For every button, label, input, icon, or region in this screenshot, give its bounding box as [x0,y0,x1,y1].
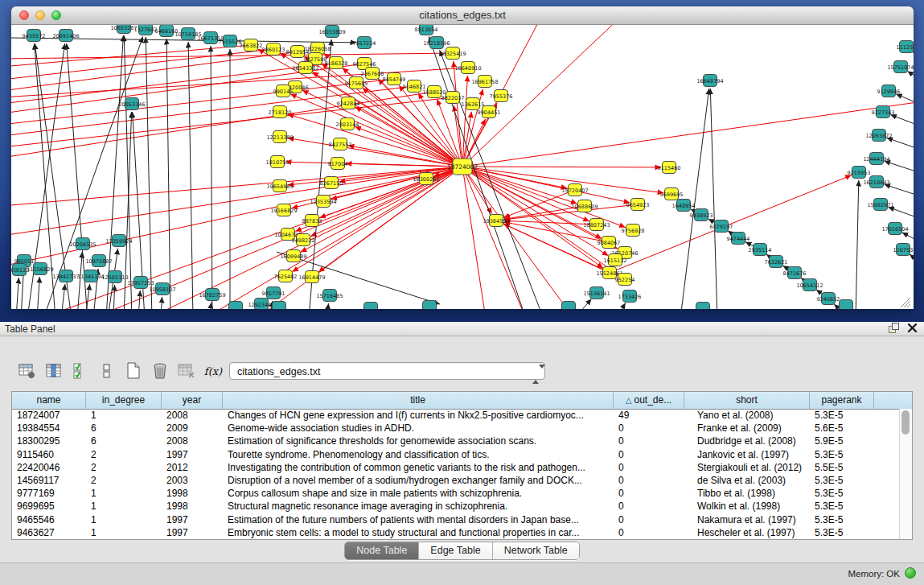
graph-edge[interactable] [885,184,914,197]
graph-edge[interactable] [462,25,622,167]
graph-edge[interactable] [907,71,914,81]
graph-node[interactable]: 16782759 [199,289,225,301]
new-table-icon[interactable] [124,360,143,381]
column-header-year[interactable]: year [162,392,223,409]
function-builder-icon[interactable]: f(x) [203,360,223,381]
table-row[interactable]: 911546021997Tourette syndrome. Phenomeno… [12,448,900,461]
network-canvas[interactable]: 1872400788601238912954182260589827508165… [11,25,914,309]
column-header-short[interactable]: short [684,392,810,409]
graph-edge[interactable] [574,299,591,309]
graph-node[interactable]: 12213389 [266,131,293,143]
graph-node[interactable]: 16033809 [318,26,345,38]
graph-node[interactable]: 20691406 [52,30,79,42]
table-row[interactable]: 969969511998Structural magnetic resonanc… [12,500,900,513]
graph-edge[interactable] [166,39,170,309]
table-scrollbar[interactable] [899,409,912,539]
table-row[interactable]: 1872400712008Changes of HCN gene express… [12,409,900,422]
graph-node[interactable]: 15992971 [867,199,893,211]
graph-node[interactable] [840,300,853,310]
graph-edge[interactable] [67,43,88,309]
graph-node[interactable]: 13325419 [439,47,466,60]
graph-node[interactable]: 15751074 [887,61,914,73]
graph-node[interactable]: 7625402 [274,270,298,282]
graph-node[interactable]: 7857224 [353,37,376,49]
graph-edge[interactable] [113,285,115,309]
graph-node[interactable] [273,302,286,310]
graph-edge[interactable] [37,277,39,309]
graph-node[interactable]: 9699695 [660,188,684,200]
graph-node[interactable]: 12444194 [863,153,889,165]
graph-node[interactable]: 19218596 [423,37,450,49]
graph-edge[interactable] [890,115,914,127]
graph-node[interactable]: 8471676 [783,267,807,279]
graph-node[interactable]: 9215953 [848,167,871,179]
graph-node[interactable] [423,301,437,310]
tab-edge-table[interactable]: Edge Table [418,542,491,559]
graph-node[interactable]: 1327602 [134,25,158,35]
graph-node[interactable]: 8813054 [415,25,438,35]
graph-node[interactable]: 16648794 [696,75,723,87]
graph-node[interactable]: 12505113 [101,271,128,283]
graph-node[interactable]: 12923445 [248,299,274,310]
graph-node[interactable]: 1810755 [266,156,290,168]
select-all-rows-icon[interactable] [71,360,90,381]
graph-node[interactable]: 11345194 [77,270,104,282]
graph-edge[interactable] [188,42,193,309]
graph-node[interactable]: 10654112 [796,279,823,291]
graph-node[interactable] [229,302,243,310]
table-row[interactable]: 1456911722003Disruption of a novel membe… [12,474,900,487]
close-panel-icon[interactable] [907,323,918,333]
graph-edge[interactable] [146,37,152,309]
network-window-titlebar[interactable]: citations_edges.txt [11,6,914,25]
graph-edge[interactable] [161,297,162,309]
graph-edge[interactable] [902,233,914,244]
tab-network-table[interactable]: Network Table [492,542,579,559]
graph-node[interactable]: 16640910 [454,62,481,74]
graph-node[interactable]: 1362615 [462,98,485,110]
graph-node[interactable]: 15716485 [316,290,343,302]
graph-node[interactable]: 20206535 [69,238,96,250]
column-header-in_degree[interactable]: in_degree [86,392,162,409]
graph-edge[interactable] [910,254,914,265]
graph-edge[interactable] [680,89,709,309]
delete-table-icon[interactable] [150,360,170,381]
graph-node[interactable]: 887833 [302,215,322,227]
graph-node[interactable]: 16210643 [863,176,889,188]
graph-node[interactable]: 111257 [897,41,914,53]
graph-edge[interactable] [885,161,914,174]
graph-edge[interactable] [124,35,132,309]
graph-node[interactable]: 9129946 [877,85,901,97]
graph-node[interactable]: 16961758 [471,76,498,88]
graph-edge[interactable] [462,167,526,309]
graph-edge[interactable] [209,303,211,309]
graph-edge[interactable] [888,207,914,220]
graph-edge[interactable] [462,167,661,167]
graph-node[interactable] [696,303,710,310]
graph-node[interactable]: 15136141 [583,287,610,299]
table-settings-icon[interactable] [18,360,37,381]
graph-node[interactable]: 10975887 [85,255,112,267]
graph-edge[interactable] [290,94,462,167]
graph-node[interactable]: 9435572 [23,30,46,42]
graph-edge[interactable] [326,303,329,309]
table-selector[interactable]: citations_edges.txt [229,362,545,380]
graph-node[interactable]: 116753 [893,244,914,256]
graph-node[interactable]: 9904451 [478,106,501,118]
graph-node[interactable]: 917004 [328,158,348,170]
graph-node[interactable]: 2803144 [336,118,359,130]
table-row[interactable]: 946554611997Estimation of the future num… [12,513,900,526]
graph-node[interactable]: 9245652 [817,293,840,305]
graph-edge[interactable] [886,138,914,150]
graph-edge[interactable] [616,303,626,309]
graph-node[interactable]: 952254 [615,274,635,286]
float-panel-icon[interactable] [889,323,899,333]
table-row[interactable]: 1830029562008Estimation of significance … [12,435,900,447]
graph-node[interactable]: 9115460 [658,162,681,174]
graph-node[interactable]: 9227343 [872,106,895,118]
table-row[interactable]: 946362711997Embryonic stem cells: a mode… [12,526,900,539]
graph-node[interactable]: 2718120 [269,106,292,118]
column-header-title[interactable]: title [223,392,614,409]
graph-node[interactable] [364,303,378,310]
graph-edge[interactable] [856,180,859,309]
graph-edge[interactable] [913,51,914,60]
